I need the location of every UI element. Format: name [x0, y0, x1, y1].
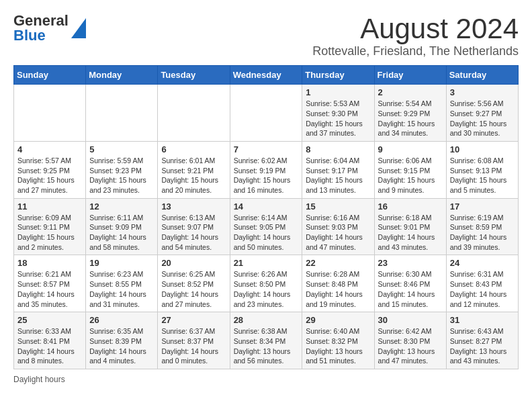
day-cell: 29Sunrise: 6:40 AMSunset: 8:32 PMDayligh… [302, 312, 374, 369]
svg-marker-0 [71, 18, 86, 38]
day-number: 4 [17, 144, 82, 154]
day-cell: 4Sunrise: 5:57 AMSunset: 9:25 PMDaylight… [14, 141, 86, 198]
day-cell: 13Sunrise: 6:13 AMSunset: 9:07 PMDayligh… [158, 198, 230, 255]
logo-triangle-icon [71, 18, 86, 38]
day-cell: 12Sunrise: 6:11 AMSunset: 9:09 PMDayligh… [86, 198, 158, 255]
week-row-1: 1Sunrise: 5:53 AMSunset: 9:30 PMDaylight… [14, 85, 519, 142]
day-number: 13 [161, 201, 226, 212]
day-number: 7 [234, 144, 299, 154]
day-info: Sunrise: 6:19 AMSunset: 8:59 PMDaylight:… [450, 213, 515, 253]
day-number: 8 [306, 144, 370, 154]
calendar-title: August 2024 [312, 13, 519, 44]
weekday-header-monday: Monday [86, 66, 158, 85]
weekday-header-friday: Friday [374, 66, 446, 85]
day-cell: 17Sunrise: 6:19 AMSunset: 8:59 PMDayligh… [446, 198, 518, 255]
day-number: 23 [378, 258, 443, 268]
day-number: 14 [234, 201, 299, 212]
day-number: 15 [306, 201, 370, 212]
day-cell: 1Sunrise: 5:53 AMSunset: 9:30 PMDaylight… [302, 85, 374, 142]
weekday-header-tuesday: Tuesday [158, 66, 230, 85]
day-number: 18 [17, 258, 82, 268]
day-info: Sunrise: 6:35 AMSunset: 8:39 PMDaylight:… [89, 326, 154, 366]
week-row-2: 4Sunrise: 5:57 AMSunset: 9:25 PMDaylight… [14, 141, 519, 198]
day-info: Sunrise: 6:04 AMSunset: 9:17 PMDaylight:… [306, 156, 370, 195]
title-section: August 2024 Rottevalle, Friesland, The N… [312, 13, 519, 58]
day-number: 27 [161, 315, 226, 325]
day-cell: 22Sunrise: 6:28 AMSunset: 8:48 PMDayligh… [302, 255, 374, 312]
logo: General Blue [13, 13, 86, 43]
day-cell: 23Sunrise: 6:30 AMSunset: 8:46 PMDayligh… [374, 255, 446, 312]
day-number: 2 [378, 87, 443, 97]
day-number: 19 [89, 258, 154, 268]
day-info: Sunrise: 6:40 AMSunset: 8:32 PMDaylight:… [306, 326, 370, 366]
weekday-header-wednesday: Wednesday [230, 66, 302, 85]
day-cell [86, 85, 158, 142]
day-cell: 6Sunrise: 6:01 AMSunset: 9:21 PMDaylight… [158, 141, 230, 198]
day-number: 20 [161, 258, 226, 268]
day-info: Sunrise: 6:01 AMSunset: 9:21 PMDaylight:… [161, 156, 226, 195]
day-info: Sunrise: 6:13 AMSunset: 9:07 PMDaylight:… [161, 213, 226, 253]
day-number: 21 [234, 258, 299, 268]
day-number: 29 [306, 315, 370, 325]
day-info: Sunrise: 6:21 AMSunset: 8:57 PMDaylight:… [17, 269, 82, 309]
day-info: Sunrise: 6:42 AMSunset: 8:30 PMDaylight:… [378, 326, 443, 366]
day-info: Sunrise: 6:02 AMSunset: 9:19 PMDaylight:… [234, 156, 299, 195]
day-number: 17 [450, 201, 515, 212]
day-cell: 30Sunrise: 6:42 AMSunset: 8:30 PMDayligh… [374, 312, 446, 369]
day-cell: 24Sunrise: 6:31 AMSunset: 8:43 PMDayligh… [446, 255, 518, 312]
day-info: Sunrise: 5:53 AMSunset: 9:30 PMDaylight:… [306, 99, 370, 138]
day-cell: 31Sunrise: 6:43 AMSunset: 8:27 PMDayligh… [446, 312, 518, 369]
day-number: 1 [306, 87, 370, 97]
day-cell: 7Sunrise: 6:02 AMSunset: 9:19 PMDaylight… [230, 141, 302, 198]
weekday-header-thursday: Thursday [302, 66, 374, 85]
day-info: Sunrise: 5:57 AMSunset: 9:25 PMDaylight:… [17, 156, 82, 195]
calendar-table: SundayMondayTuesdayWednesdayThursdayFrid… [13, 65, 519, 369]
weekday-header-sunday: Sunday [14, 66, 86, 85]
day-cell: 3Sunrise: 5:56 AMSunset: 9:27 PMDaylight… [446, 85, 518, 142]
calendar-subtitle: Rottevalle, Friesland, The Netherlands [312, 44, 519, 58]
day-cell: 15Sunrise: 6:16 AMSunset: 9:03 PMDayligh… [302, 198, 374, 255]
day-info: Sunrise: 5:54 AMSunset: 9:29 PMDaylight:… [378, 99, 443, 138]
day-info: Sunrise: 6:38 AMSunset: 8:34 PMDaylight:… [234, 326, 299, 366]
day-number: 16 [378, 201, 443, 212]
day-number: 6 [161, 144, 226, 154]
day-number: 22 [306, 258, 370, 268]
week-row-4: 18Sunrise: 6:21 AMSunset: 8:57 PMDayligh… [14, 255, 519, 312]
day-number: 28 [234, 315, 299, 325]
day-cell: 14Sunrise: 6:14 AMSunset: 9:05 PMDayligh… [230, 198, 302, 255]
day-cell: 21Sunrise: 6:26 AMSunset: 8:50 PMDayligh… [230, 255, 302, 312]
day-info: Sunrise: 5:56 AMSunset: 9:27 PMDaylight:… [450, 99, 515, 138]
day-cell [158, 85, 230, 142]
day-cell: 2Sunrise: 5:54 AMSunset: 9:29 PMDaylight… [374, 85, 446, 142]
day-number: 12 [89, 201, 154, 212]
day-info: Sunrise: 6:25 AMSunset: 8:52 PMDaylight:… [161, 269, 226, 309]
day-info: Sunrise: 6:26 AMSunset: 8:50 PMDaylight:… [234, 269, 299, 309]
day-cell: 19Sunrise: 6:23 AMSunset: 8:55 PMDayligh… [86, 255, 158, 312]
day-number: 11 [17, 201, 82, 212]
week-row-5: 25Sunrise: 6:33 AMSunset: 8:41 PMDayligh… [14, 312, 519, 369]
day-cell [14, 85, 86, 142]
day-cell: 20Sunrise: 6:25 AMSunset: 8:52 PMDayligh… [158, 255, 230, 312]
day-number: 30 [378, 315, 443, 325]
day-cell: 10Sunrise: 6:08 AMSunset: 9:13 PMDayligh… [446, 141, 518, 198]
day-info: Sunrise: 6:30 AMSunset: 8:46 PMDaylight:… [378, 269, 443, 309]
day-number: 31 [450, 315, 515, 325]
day-cell: 16Sunrise: 6:18 AMSunset: 9:01 PMDayligh… [374, 198, 446, 255]
day-info: Sunrise: 6:06 AMSunset: 9:15 PMDaylight:… [378, 156, 443, 195]
day-number: 25 [17, 315, 82, 325]
day-number: 5 [89, 144, 154, 154]
day-cell: 26Sunrise: 6:35 AMSunset: 8:39 PMDayligh… [86, 312, 158, 369]
day-cell: 5Sunrise: 5:59 AMSunset: 9:23 PMDaylight… [86, 141, 158, 198]
day-info: Sunrise: 6:43 AMSunset: 8:27 PMDaylight:… [450, 326, 515, 366]
day-info: Sunrise: 6:18 AMSunset: 9:01 PMDaylight:… [378, 213, 443, 253]
day-info: Sunrise: 6:37 AMSunset: 8:37 PMDaylight:… [161, 326, 226, 366]
day-number: 3 [450, 87, 515, 97]
day-cell: 27Sunrise: 6:37 AMSunset: 8:37 PMDayligh… [158, 312, 230, 369]
day-info: Sunrise: 5:59 AMSunset: 9:23 PMDaylight:… [89, 156, 154, 195]
day-cell [230, 85, 302, 142]
day-info: Sunrise: 6:14 AMSunset: 9:05 PMDaylight:… [234, 213, 299, 253]
logo-general: General [13, 13, 69, 28]
day-cell: 18Sunrise: 6:21 AMSunset: 8:57 PMDayligh… [14, 255, 86, 312]
day-number: 9 [378, 144, 443, 154]
day-number: 24 [450, 258, 515, 268]
